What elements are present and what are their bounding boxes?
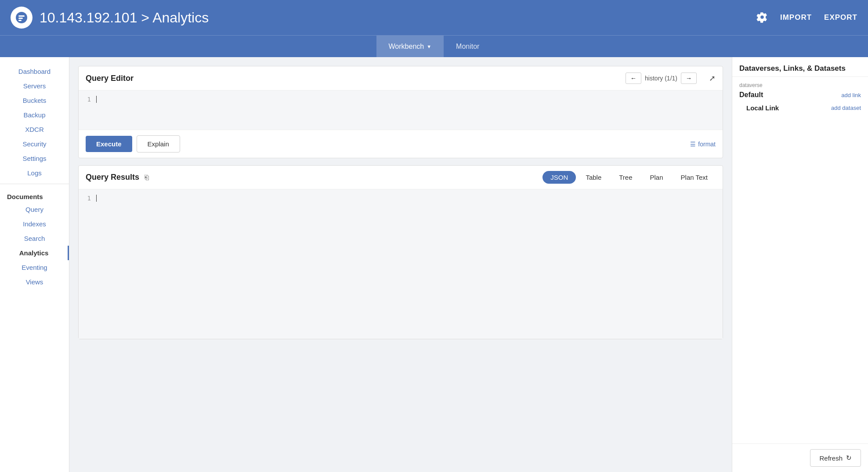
subnav-workbench[interactable]: Workbench ▼ (376, 36, 444, 58)
query-results-header: Query Results ⎗ JSON Table Tree Plan Pla… (79, 166, 723, 189)
history-next-button[interactable]: → (681, 73, 697, 84)
sidebar-item-logs[interactable]: Logs (0, 166, 69, 180)
local-link-row: Local Link add dataset (739, 101, 861, 113)
app-logo (11, 7, 33, 29)
explain-button[interactable]: Explain (137, 135, 180, 152)
sidebar-item-search[interactable]: Search (0, 231, 69, 246)
refresh-icon: ↻ (846, 454, 852, 462)
sidebar-item-views[interactable]: Views (0, 275, 69, 289)
local-link-label: Local Link (746, 104, 779, 112)
main-layout: Dashboard Servers Buckets Backup XDCR Se… (0, 57, 868, 472)
add-dataset-button[interactable]: add dataset (831, 105, 861, 111)
code-line-1: 1 (82, 96, 719, 103)
tab-plan-text[interactable]: Plan Text (673, 171, 716, 184)
dataverse-label: dataverse (739, 82, 861, 88)
sidebar-item-query[interactable]: Query (0, 202, 69, 217)
right-panel: Dataverses, Links, & Datasets dataverse … (732, 57, 868, 472)
dataverse-name: Default (739, 91, 763, 99)
sidebar-documents-label: Documents (0, 188, 69, 202)
chevron-down-icon: ▼ (427, 44, 431, 49)
sidebar: Dashboard Servers Buckets Backup XDCR Se… (0, 57, 69, 472)
right-panel-body: dataverse Default add link Local Link ad… (732, 77, 868, 443)
result-cursor (96, 195, 97, 202)
svg-rect-1 (18, 15, 25, 17)
svg-rect-2 (18, 18, 23, 19)
execute-button[interactable]: Execute (86, 136, 132, 152)
query-editor-title: Query Editor (86, 74, 134, 83)
sidebar-item-buckets[interactable]: Buckets (0, 93, 69, 108)
query-editor-header: Query Editor ← history (1/1) → ➚ (79, 66, 723, 91)
sidebar-item-settings[interactable]: Settings (0, 151, 69, 166)
format-button[interactable]: ☰ format (690, 141, 716, 148)
sidebar-item-indexes[interactable]: Indexes (0, 217, 69, 231)
header-actions: IMPORT EXPORT (756, 11, 857, 24)
app-header: 10.143.192.101 > Analytics IMPORT EXPORT (0, 0, 868, 35)
sidebar-item-xdcr[interactable]: XDCR (0, 122, 69, 137)
sidebar-item-eventing[interactable]: Eventing (0, 260, 69, 275)
dataverse-row: Default add link (739, 89, 861, 101)
header-title: 10.143.192.101 > Analytics (40, 10, 756, 26)
subnav-monitor[interactable]: Monitor (444, 36, 492, 58)
sidebar-item-analytics[interactable]: Analytics (0, 246, 69, 260)
format-lines-icon: ☰ (690, 141, 696, 148)
query-editor-toolbar: Execute Explain ☰ format (79, 130, 723, 158)
export-button[interactable]: EXPORT (824, 13, 857, 22)
right-panel-title: Dataverses, Links, & Datasets (732, 57, 868, 77)
result-line-1: 1 (82, 195, 719, 202)
history-label: history (1/1) (643, 75, 679, 82)
svg-rect-3 (18, 20, 22, 21)
sidebar-item-backup[interactable]: Backup (0, 108, 69, 122)
copy-icon[interactable]: ⎗ (145, 174, 149, 182)
sidebar-divider (0, 184, 69, 184)
query-editor-body[interactable]: 1 (79, 91, 723, 130)
gear-icon[interactable] (756, 11, 768, 24)
sidebar-item-security[interactable]: Security (0, 137, 69, 151)
refresh-button[interactable]: Refresh ↻ (810, 449, 861, 467)
right-panel-footer: Refresh ↻ (732, 443, 868, 472)
tab-json[interactable]: JSON (542, 171, 576, 184)
sidebar-item-servers[interactable]: Servers (0, 79, 69, 93)
line-number-1: 1 (82, 96, 91, 103)
sidebar-item-dashboard[interactable]: Dashboard (0, 64, 69, 79)
query-results-title: Query Results (86, 173, 139, 182)
tab-tree[interactable]: Tree (611, 171, 640, 184)
query-results-body: 1 (79, 189, 723, 339)
main-content: Query Editor ← history (1/1) → ➚ 1 Execu… (69, 57, 732, 472)
expand-icon[interactable]: ➚ (709, 73, 716, 83)
import-button[interactable]: IMPORT (780, 13, 812, 22)
results-tabs: JSON Table Tree Plan Plan Text (542, 171, 716, 184)
history-nav: ← history (1/1) → (626, 73, 697, 84)
result-line-number-1: 1 (82, 195, 91, 202)
tab-plan[interactable]: Plan (642, 171, 671, 184)
query-results-panel: Query Results ⎗ JSON Table Tree Plan Pla… (78, 165, 723, 339)
query-editor-panel: Query Editor ← history (1/1) → ➚ 1 Execu… (78, 66, 723, 158)
add-link-button[interactable]: add link (841, 92, 861, 98)
subnav: Workbench ▼ Monitor (0, 35, 868, 57)
tab-table[interactable]: Table (578, 171, 609, 184)
history-prev-button[interactable]: ← (626, 73, 641, 84)
cursor (96, 96, 97, 103)
